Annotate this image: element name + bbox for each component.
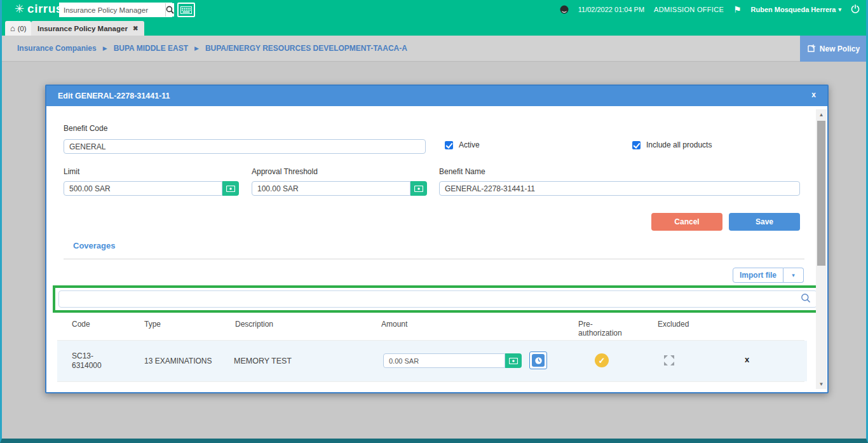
import-file-split-button: Import file ▾ — [733, 268, 804, 283]
scroll-up-icon[interactable]: ▲ — [816, 109, 827, 119]
table-row: SC13-6314000 13 EXAMINATIONS MEMORY TEST… — [57, 341, 807, 381]
banknote-icon — [226, 186, 235, 192]
row-amount-field — [383, 353, 505, 368]
row-history-button[interactable] — [529, 351, 547, 369]
column-header-excluded: Excluded — [658, 320, 689, 329]
column-header-type: Type — [144, 320, 161, 329]
home-count: (0) — [18, 25, 26, 32]
highlight-annotation-box — [53, 285, 819, 313]
table-row-divider — [57, 381, 804, 382]
globe-icon — [560, 5, 569, 14]
top-bar-right: 11/02/2022 01:04 PM ADMISSION OFFICE ⚑ R… — [560, 0, 860, 19]
logo-text: cirrus — [27, 2, 63, 16]
new-policy-label: New Policy — [820, 44, 860, 53]
home-icon: ⌂ — [10, 24, 15, 33]
search-icon — [801, 293, 811, 303]
column-header-code: Code — [72, 320, 90, 329]
banknote-icon — [509, 358, 518, 364]
preauthorization-check-icon[interactable]: ✓ — [595, 353, 609, 367]
user-menu[interactable]: Ruben Mosqueda Herrera ▾ — [751, 6, 841, 13]
row-type: 13 EXAMINATIONS — [144, 357, 215, 366]
import-file-button[interactable]: Import file — [733, 268, 783, 283]
approval-threshold-input[interactable] — [252, 181, 410, 196]
row-delete-button[interactable]: x — [745, 355, 749, 364]
modal-scrollbar[interactable]: ▲ ▼ — [816, 109, 827, 389]
clock-icon — [532, 354, 545, 367]
coverages-search-button[interactable] — [801, 293, 811, 306]
search-icon — [166, 6, 174, 14]
coverages-search-input[interactable] — [59, 295, 801, 304]
datetime-label: 11/02/2022 01:04 PM — [578, 6, 644, 13]
module-search — [59, 3, 172, 17]
active-label: Active — [459, 140, 480, 149]
coverages-table-header: Code Type Description Amount Pre-authori… — [46, 316, 808, 340]
benefit-name-label: Benefit Name — [439, 167, 485, 176]
tab-insurance-policy-manager[interactable]: Insurance Policy Manager ✖ — [31, 21, 144, 36]
limit-currency-button[interactable] — [222, 181, 239, 196]
limit-label: Limit — [64, 167, 79, 176]
row-code: SC13-6314000 — [72, 351, 118, 371]
edit-benefit-modal: Edit GENERAL-2278-31441-11 x Benefit Cod… — [45, 85, 829, 393]
user-name: Ruben Mosqueda Herrera — [751, 6, 836, 13]
app-window: ✳ cirrus 11/02/2022 01:04 PM ADMISSION O… — [0, 0, 868, 443]
modal-header: Edit GENERAL-2278-31441-11 x — [46, 86, 827, 106]
column-header-preauthorization: Pre-authorization — [578, 320, 624, 337]
benefit-name-input[interactable] — [439, 181, 800, 196]
flag-button[interactable]: ⚑ — [733, 4, 742, 15]
breadcrumb-separator-icon: ▶ — [103, 45, 107, 51]
cancel-button[interactable]: Cancel — [651, 213, 722, 231]
breadcrumb-policy[interactable]: BUPA/ENERGY RESOURCES DEVELOPMENT-TAACA-… — [205, 44, 407, 53]
column-header-description: Description — [235, 320, 273, 329]
cirrus-logo: ✳ cirrus — [15, 2, 63, 16]
office-label: ADMISSION OFFICE — [654, 6, 724, 13]
keyboard-icon — [180, 6, 192, 14]
tab-bar: ⌂ (0) Insurance Policy Manager ✖ — [2, 19, 866, 36]
module-search-button[interactable] — [165, 3, 174, 17]
limit-input[interactable] — [64, 181, 222, 196]
benefit-code-label: Benefit Code — [64, 124, 107, 133]
active-checkbox[interactable] — [445, 141, 453, 149]
row-description: MEMORY TEST — [234, 357, 292, 365]
approval-currency-button[interactable] — [410, 181, 427, 196]
logout-button[interactable] — [851, 4, 860, 15]
new-policy-button[interactable]: New Policy — [800, 36, 866, 62]
breadcrumb-insurance-companies[interactable]: Insurance Companies — [17, 44, 97, 53]
virtual-keyboard-button[interactable] — [177, 3, 195, 17]
row-amount-currency-button[interactable] — [505, 353, 522, 368]
row-amount-input[interactable] — [383, 353, 505, 368]
chevron-down-icon: ▾ — [838, 6, 841, 13]
coverages-tab[interactable]: Coverages — [73, 241, 115, 250]
tab-home[interactable]: ⌂ (0) — [5, 21, 31, 36]
breadcrumb-bupa-middle-east[interactable]: BUPA MIDDLE EAST — [114, 44, 188, 53]
module-search-input[interactable] — [60, 3, 165, 17]
excluded-toggle-icon[interactable] — [662, 353, 676, 367]
active-checkbox-row[interactable]: Active — [445, 140, 480, 149]
breadcrumb-separator-icon: ▶ — [194, 45, 199, 51]
import-file-caret-button[interactable]: ▾ — [783, 268, 804, 283]
tab-close-icon[interactable]: ✖ — [133, 25, 138, 32]
breadcrumb: Insurance Companies ▶ BUPA MIDDLE EAST ▶… — [2, 36, 866, 62]
top-bar: ✳ cirrus 11/02/2022 01:04 PM ADMISSION O… — [2, 0, 866, 19]
include-all-products-checkbox[interactable] — [632, 141, 641, 149]
logo-star-icon: ✳ — [15, 2, 24, 16]
globe-button[interactable] — [560, 5, 569, 14]
new-policy-icon — [806, 44, 816, 53]
power-icon — [851, 4, 860, 13]
save-button[interactable]: Save — [729, 213, 800, 231]
column-header-amount: Amount — [381, 320, 407, 329]
include-all-products-label: Include all products — [646, 140, 712, 149]
tab-label: Insurance Policy Manager — [37, 25, 128, 32]
modal-title: Edit GENERAL-2278-31441-11 — [58, 92, 170, 100]
banknote-icon — [414, 186, 423, 192]
benefit-code-input[interactable] — [64, 139, 426, 154]
coverages-divider — [64, 259, 804, 259]
scroll-down-icon[interactable]: ▼ — [816, 379, 827, 389]
approval-threshold-label: Approval Threshold — [252, 167, 318, 176]
coverages-search — [58, 290, 817, 308]
include-all-products-checkbox-row[interactable]: Include all products — [632, 140, 712, 149]
scrollbar-thumb[interactable] — [817, 121, 825, 266]
modal-body: Benefit Code Active Include all products… — [46, 106, 827, 392]
modal-close-button[interactable]: x — [811, 90, 816, 99]
